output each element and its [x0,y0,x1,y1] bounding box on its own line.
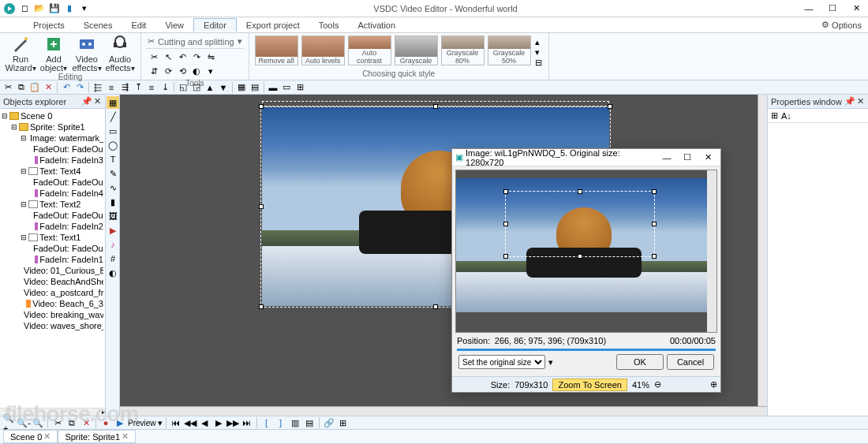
zoom-in-icon[interactable]: 🔍+ [3,417,16,428]
tab-editor[interactable]: Editor [193,18,237,32]
style-expand-icon[interactable]: ⊟ [535,58,542,68]
style-auto-contrast[interactable]: Auto contrast [348,35,391,65]
tl-nextf-icon[interactable]: ▶▶ [226,417,239,428]
tree-node[interactable]: Video: waves_shore_f [2,320,103,331]
tree-node[interactable]: FadeOut: FadeOut [2,243,103,254]
tb-fill-icon[interactable]: ▬ [267,82,279,93]
tl-play-icon[interactable]: ▶ [114,417,126,428]
tb-misc-icon[interactable]: ⊞ [294,82,306,93]
preview-label[interactable]: Preview [128,419,156,427]
tree-node[interactable]: FadeOut: FadeOut [2,210,103,221]
tl-prevf-icon[interactable]: ◀◀ [184,417,196,428]
tl-link-icon[interactable]: 🔗 [323,417,335,428]
tb-delete-icon[interactable]: ✕ [42,82,54,93]
tl-next-icon[interactable]: ▶ [212,417,225,428]
tool-flip-v-icon[interactable]: ⇵ [148,65,160,77]
tb-back-icon[interactable]: ◲ [190,82,203,93]
dialog-zoom-out-icon[interactable]: ⊖ [654,379,661,390]
tab-projects[interactable]: Projects [24,19,74,32]
canvas-h-scrollbar[interactable] [120,406,767,416]
panel-pin-icon[interactable]: 📌 [81,96,91,106]
style-scroll-up-icon[interactable]: ▴ [535,37,542,47]
dialog-zoom-in-icon[interactable]: ⊕ [710,379,717,390]
dialog-maximize-button[interactable]: ☐ [678,151,697,165]
vt-rect-icon[interactable]: ▭ [107,125,119,137]
tl-copy-icon[interactable]: ⧉ [65,417,78,428]
timeline-tab-scene[interactable]: Scene 0✕ [3,430,58,443]
dialog-titlebar[interactable]: ▣ Image: wiL1gPnNWDQ_5. Original size: 1… [452,149,720,166]
tl-last-icon[interactable]: ⏭ [241,417,253,428]
tb-down-icon[interactable]: ▼ [217,82,230,93]
tl-snap-icon[interactable]: ⊞ [337,417,350,428]
panel-close-icon[interactable]: ✕ [855,96,865,106]
tree-node[interactable]: FadeOut: FadeOut [2,144,103,155]
tl-block2-icon[interactable]: ▤ [303,417,316,428]
dialog-size-select[interactable]: Set the original size [458,355,545,369]
props-cat-icon[interactable]: ⊞ [771,110,778,121]
vt-image-icon[interactable]: 🖼 [107,210,119,222]
panel-close-icon[interactable]: ✕ [92,96,102,106]
tb-up-icon[interactable]: ▲ [204,82,216,93]
tb-align-bot-icon[interactable]: ⤓ [159,82,171,93]
tree-node[interactable]: FadeIn: FadeIn3 [2,155,103,166]
vt-curve-icon[interactable]: ∿ [107,181,119,194]
tb-group-icon[interactable]: ▦ [235,82,248,93]
tb-ungroup-icon[interactable]: ▤ [249,82,261,93]
tool-ccw-icon[interactable]: ⟲ [176,65,189,77]
tb-border-icon[interactable]: ▭ [280,82,293,93]
ok-button[interactable]: OK [616,354,664,370]
tab-export[interactable]: Export project [237,19,309,32]
tree-node[interactable]: ⊟Sprite: Sprite1 [2,121,103,132]
tl-markout-icon[interactable]: ] [275,417,287,428]
tree-node[interactable]: Video: 01_Curious_Bir [2,265,103,276]
tab-edit[interactable]: Edit [122,19,155,32]
tb-align-center-icon[interactable]: ≡ [105,82,118,93]
tl-markin-icon[interactable]: [ [260,417,273,428]
dialog-minimize-button[interactable]: — [657,151,676,165]
tb-align-right-icon[interactable]: ⇶ [118,82,131,93]
tree-node[interactable]: FadeOut: FadeOut [2,177,103,188]
tree-node[interactable]: Video: BeachAndShell [2,276,103,287]
tree-node[interactable]: Video: a_postcard_fro [2,287,103,298]
tree-node[interactable]: ⊟Text: Text2 [2,199,103,210]
tb-redo-icon[interactable]: ↷ [73,82,86,93]
add-object-button[interactable]: Addobject▾ [38,35,69,73]
tl-cut-icon[interactable]: ✂ [51,417,64,428]
timeline-tab-sprite[interactable]: Sprite: Sprite1✕ [58,430,136,443]
tl-del-icon[interactable]: ✕ [80,417,92,428]
style-grayscale-50[interactable]: Grayscale 50% [488,35,531,65]
vt-counter-icon[interactable]: # [107,252,119,265]
tab-activation[interactable]: Activation [348,19,405,32]
tool-pointer-icon[interactable]: ↖ [162,50,174,63]
tool-cw-icon[interactable]: ⟳ [162,65,174,77]
tree-node[interactable]: ⊟Text: Text1 [2,232,103,243]
qat-dropdown-icon[interactable]: ▾ [78,2,91,15]
tb-undo-icon[interactable]: ↶ [60,82,73,93]
vt-video-icon[interactable]: ▶ [107,224,119,237]
dialog-preview[interactable] [455,170,717,333]
props-sort-icon[interactable]: A↓ [781,111,791,121]
tree-node[interactable]: FadeIn: FadeIn4 [2,188,103,199]
style-remove-all[interactable]: Remove all [255,35,298,65]
dialog-zoom-to-screen[interactable]: Zoom To Screen [552,379,627,391]
vt-ellipse-icon[interactable]: ◯ [107,139,119,151]
close-button[interactable]: ✕ [844,0,868,17]
vt-sprite-icon[interactable]: ◐ [107,267,119,279]
tb-align-mid-icon[interactable]: ≡ [145,82,158,93]
dialog-v-scrollbar[interactable] [707,170,716,332]
style-grayscale[interactable]: Grayscale [395,35,438,65]
run-wizard-button[interactable]: RunWizard▾ [5,35,36,73]
qat-open-icon[interactable]: 📂 [33,2,46,15]
tb-paste-icon[interactable]: 📋 [28,82,41,93]
style-auto-levels[interactable]: Auto levels [301,35,345,65]
tree-node[interactable]: Video: breaking_wave [2,309,103,320]
panel-pin-icon[interactable]: 📌 [844,96,854,106]
options-button[interactable]: ⚙Options [821,20,862,30]
tl-block1-icon[interactable]: ▥ [289,417,301,428]
object-tree[interactable]: ⊟Scene 0⊟Sprite: Sprite1⊟Image: watermar… [0,109,105,408]
vt-chart-icon[interactable]: ▮ [107,196,119,208]
audio-effects-button[interactable]: Audioeffects▾ [104,35,136,73]
dialog-selection[interactable] [505,191,655,257]
tl-first-icon[interactable]: ⏮ [170,417,182,428]
tb-align-top-icon[interactable]: ⤒ [132,82,144,93]
